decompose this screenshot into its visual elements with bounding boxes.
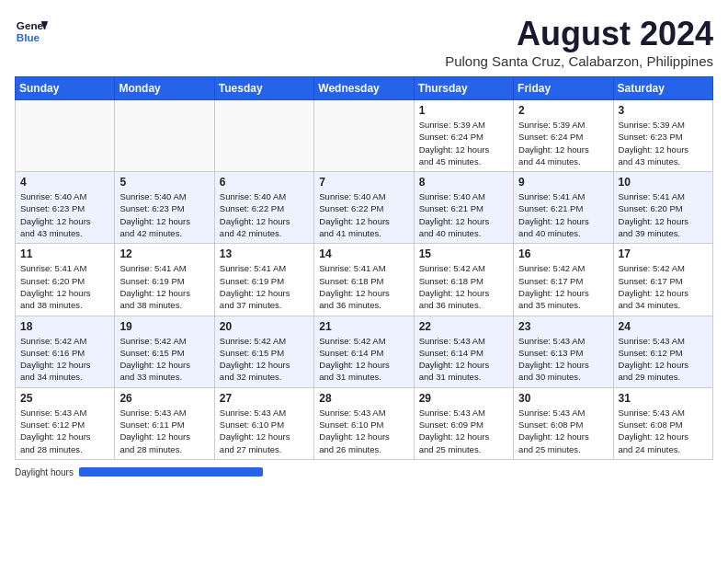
- svg-text:Blue: Blue: [17, 31, 40, 43]
- day-info: Sunrise: 5:41 AM Sunset: 6:19 PM Dayligh…: [119, 262, 209, 311]
- day-header-friday: Friday: [514, 77, 613, 100]
- logo-icon: General Blue: [15, 15, 48, 48]
- calendar-cell-week2-day3: 7Sunrise: 5:40 AM Sunset: 6:22 PM Daylig…: [314, 172, 414, 244]
- day-info: Sunrise: 5:43 AM Sunset: 6:12 PM Dayligh…: [20, 407, 109, 455]
- calendar-cell-week2-day0: 4Sunrise: 5:40 AM Sunset: 6:23 PM Daylig…: [16, 172, 115, 244]
- calendar-cell-week1-day3: [314, 100, 414, 172]
- day-number: 10: [619, 176, 708, 189]
- day-number: 21: [319, 320, 408, 333]
- day-number: 29: [419, 392, 508, 405]
- day-number: 9: [518, 176, 608, 189]
- calendar-cell-week4-day4: 22Sunrise: 5:43 AM Sunset: 6:14 PM Dayli…: [414, 316, 513, 387]
- day-info: Sunrise: 5:43 AM Sunset: 6:09 PM Dayligh…: [419, 407, 508, 455]
- day-info: Sunrise: 5:40 AM Sunset: 6:23 PM Dayligh…: [119, 190, 209, 239]
- calendar-cell-week3-day4: 15Sunrise: 5:42 AM Sunset: 6:18 PM Dayli…: [414, 244, 513, 316]
- day-info: Sunrise: 5:42 AM Sunset: 6:15 PM Dayligh…: [220, 335, 309, 384]
- day-number: 22: [419, 320, 508, 333]
- day-info: Sunrise: 5:42 AM Sunset: 6:15 PM Dayligh…: [119, 335, 209, 384]
- day-info: Sunrise: 5:42 AM Sunset: 6:18 PM Dayligh…: [419, 262, 508, 311]
- calendar-cell-week5-day0: 25Sunrise: 5:43 AM Sunset: 6:12 PM Dayli…: [16, 387, 115, 459]
- day-number: 15: [419, 247, 508, 260]
- day-number: 20: [220, 320, 309, 333]
- day-info: Sunrise: 5:43 AM Sunset: 6:14 PM Dayligh…: [419, 335, 508, 384]
- location-subtitle: Pulong Santa Cruz, Calabarzon, Philippin…: [445, 53, 713, 69]
- calendar-cell-week2-day1: 5Sunrise: 5:40 AM Sunset: 6:23 PM Daylig…: [115, 172, 214, 244]
- calendar-cell-week2-day4: 8Sunrise: 5:40 AM Sunset: 6:21 PM Daylig…: [414, 172, 513, 244]
- day-number: 11: [20, 247, 109, 260]
- day-number: 19: [119, 320, 209, 333]
- calendar-cell-week1-day5: 2Sunrise: 5:39 AM Sunset: 6:24 PM Daylig…: [514, 100, 613, 172]
- day-info: Sunrise: 5:39 AM Sunset: 6:23 PM Dayligh…: [619, 119, 708, 167]
- day-info: Sunrise: 5:43 AM Sunset: 6:12 PM Dayligh…: [619, 335, 708, 384]
- day-number: 26: [119, 392, 209, 405]
- calendar-week-4: 18Sunrise: 5:42 AM Sunset: 6:16 PM Dayli…: [16, 316, 713, 387]
- calendar-cell-week5-day4: 29Sunrise: 5:43 AM Sunset: 6:09 PM Dayli…: [414, 387, 513, 459]
- day-info: Sunrise: 5:40 AM Sunset: 6:22 PM Dayligh…: [220, 190, 309, 239]
- day-info: Sunrise: 5:41 AM Sunset: 6:20 PM Dayligh…: [20, 262, 109, 311]
- day-number: 25: [20, 392, 109, 405]
- day-number: 30: [518, 392, 608, 405]
- day-info: Sunrise: 5:39 AM Sunset: 6:24 PM Dayligh…: [419, 119, 508, 167]
- day-number: 18: [20, 320, 109, 333]
- day-info: Sunrise: 5:42 AM Sunset: 6:14 PM Dayligh…: [319, 335, 408, 384]
- day-info: Sunrise: 5:43 AM Sunset: 6:08 PM Dayligh…: [518, 407, 608, 455]
- day-number: 13: [220, 247, 309, 260]
- day-header-wednesday: Wednesday: [314, 77, 414, 100]
- calendar-cell-week3-day5: 16Sunrise: 5:42 AM Sunset: 6:17 PM Dayli…: [514, 244, 613, 316]
- day-number: 17: [619, 247, 708, 260]
- calendar-cell-week5-day5: 30Sunrise: 5:43 AM Sunset: 6:08 PM Dayli…: [514, 387, 613, 459]
- calendar-week-2: 4Sunrise: 5:40 AM Sunset: 6:23 PM Daylig…: [16, 172, 713, 244]
- day-number: 16: [518, 247, 608, 260]
- day-info: Sunrise: 5:41 AM Sunset: 6:19 PM Dayligh…: [220, 262, 309, 311]
- calendar-cell-week5-day3: 28Sunrise: 5:43 AM Sunset: 6:10 PM Dayli…: [314, 387, 414, 459]
- calendar-week-3: 11Sunrise: 5:41 AM Sunset: 6:20 PM Dayli…: [16, 244, 713, 316]
- day-info: Sunrise: 5:42 AM Sunset: 6:16 PM Dayligh…: [20, 335, 109, 384]
- day-header-monday: Monday: [115, 77, 214, 100]
- month-year-title: August 2024: [445, 15, 713, 53]
- day-number: 24: [619, 320, 708, 333]
- day-number: 8: [419, 176, 508, 189]
- day-number: 31: [619, 392, 708, 405]
- day-info: Sunrise: 5:43 AM Sunset: 6:11 PM Dayligh…: [119, 407, 209, 455]
- daylight-bar: [79, 467, 263, 477]
- calendar-cell-week1-day4: 1Sunrise: 5:39 AM Sunset: 6:24 PM Daylig…: [414, 100, 513, 172]
- calendar-cell-week1-day1: [115, 100, 214, 172]
- day-number: 4: [20, 176, 109, 189]
- calendar-week-1: 1Sunrise: 5:39 AM Sunset: 6:24 PM Daylig…: [16, 100, 713, 172]
- day-info: Sunrise: 5:40 AM Sunset: 6:23 PM Dayligh…: [20, 190, 109, 239]
- day-info: Sunrise: 5:40 AM Sunset: 6:21 PM Dayligh…: [419, 190, 508, 239]
- day-info: Sunrise: 5:41 AM Sunset: 6:20 PM Dayligh…: [619, 190, 708, 239]
- day-info: Sunrise: 5:43 AM Sunset: 6:13 PM Dayligh…: [518, 335, 608, 384]
- day-info: Sunrise: 5:41 AM Sunset: 6:21 PM Dayligh…: [518, 190, 608, 239]
- day-info: Sunrise: 5:39 AM Sunset: 6:24 PM Dayligh…: [518, 119, 608, 167]
- calendar-cell-week5-day1: 26Sunrise: 5:43 AM Sunset: 6:11 PM Dayli…: [115, 387, 214, 459]
- calendar-cell-week3-day3: 14Sunrise: 5:41 AM Sunset: 6:18 PM Dayli…: [314, 244, 414, 316]
- calendar-cell-week4-day0: 18Sunrise: 5:42 AM Sunset: 6:16 PM Dayli…: [16, 316, 115, 387]
- day-info: Sunrise: 5:42 AM Sunset: 6:17 PM Dayligh…: [619, 262, 708, 311]
- day-number: 12: [119, 247, 209, 260]
- day-number: 23: [518, 320, 608, 333]
- calendar-cell-week4-day3: 21Sunrise: 5:42 AM Sunset: 6:14 PM Dayli…: [314, 316, 414, 387]
- day-number: 6: [220, 176, 309, 189]
- calendar-cell-week2-day6: 10Sunrise: 5:41 AM Sunset: 6:20 PM Dayli…: [613, 172, 712, 244]
- title-area: August 2024 Pulong Santa Cruz, Calabarzo…: [445, 15, 713, 69]
- calendar-cell-week3-day2: 13Sunrise: 5:41 AM Sunset: 6:19 PM Dayli…: [214, 244, 313, 316]
- day-number: 7: [319, 176, 408, 189]
- day-info: Sunrise: 5:43 AM Sunset: 6:10 PM Dayligh…: [319, 407, 408, 455]
- page-header: General Blue August 2024 Pulong Santa Cr…: [15, 15, 713, 69]
- calendar-cell-week4-day5: 23Sunrise: 5:43 AM Sunset: 6:13 PM Dayli…: [514, 316, 613, 387]
- day-number: 5: [119, 176, 209, 189]
- day-number: 27: [220, 392, 309, 405]
- daylight-bar-section: Daylight hours: [15, 467, 713, 477]
- day-header-thursday: Thursday: [414, 77, 513, 100]
- calendar-cell-week2-day2: 6Sunrise: 5:40 AM Sunset: 6:22 PM Daylig…: [214, 172, 313, 244]
- day-header-sunday: Sunday: [16, 77, 115, 100]
- calendar-cell-week5-day2: 27Sunrise: 5:43 AM Sunset: 6:10 PM Dayli…: [214, 387, 313, 459]
- calendar-cell-week4-day2: 20Sunrise: 5:42 AM Sunset: 6:15 PM Dayli…: [214, 316, 313, 387]
- calendar-cell-week4-day1: 19Sunrise: 5:42 AM Sunset: 6:15 PM Dayli…: [115, 316, 214, 387]
- logo: General Blue: [15, 15, 48, 48]
- day-number: 1: [419, 104, 508, 117]
- calendar-cell-week4-day6: 24Sunrise: 5:43 AM Sunset: 6:12 PM Dayli…: [613, 316, 712, 387]
- day-info: Sunrise: 5:41 AM Sunset: 6:18 PM Dayligh…: [319, 262, 408, 311]
- calendar-cell-week1-day6: 3Sunrise: 5:39 AM Sunset: 6:23 PM Daylig…: [613, 100, 712, 172]
